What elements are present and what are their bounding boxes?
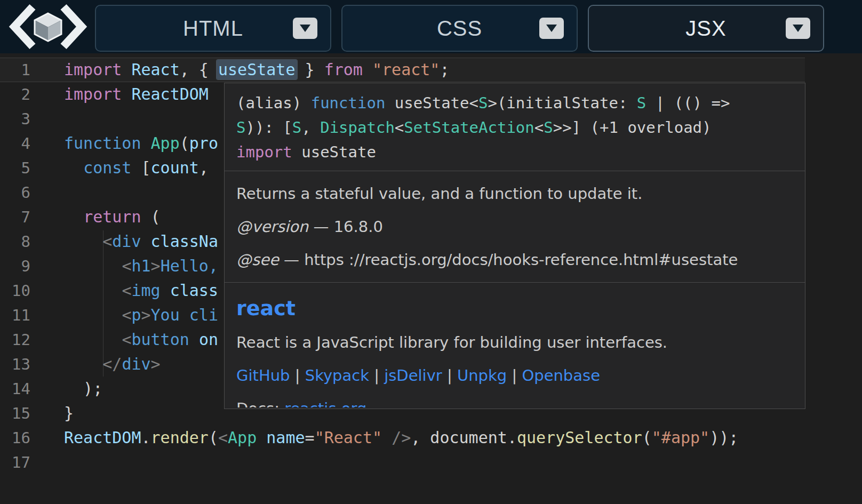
- line-number: 8: [0, 229, 30, 254]
- package-link-unpkg[interactable]: Unpkg: [457, 366, 507, 385]
- line-number: 16: [0, 426, 30, 450]
- code-token: "react": [372, 60, 440, 79]
- tab-html-dropdown-button[interactable]: [293, 18, 317, 39]
- package-link-jsdelivr[interactable]: jsDelivr: [384, 366, 442, 385]
- package-name-link[interactable]: react: [236, 297, 793, 320]
- code-token: [122, 85, 131, 103]
- code-token: S: [544, 118, 553, 137]
- code-line[interactable]: 16ReactDOM.render(<App name="React" />, …: [0, 426, 805, 450]
- hovered-symbol: useState: [217, 60, 297, 79]
- code-token: [64, 257, 122, 275]
- code-text: const [count,: [64, 156, 209, 180]
- tooltip-truncated-line: Docs: reactjs.org: [236, 398, 793, 407]
- tab-jsx-dropdown-button[interactable]: [786, 18, 810, 39]
- tab-css-dropdown-button[interactable]: [539, 18, 564, 39]
- code-token: .: [507, 428, 517, 447]
- see-value: — https ://reactjs.org/docs/hooks-refere…: [279, 251, 738, 269]
- link-separator: |: [442, 366, 457, 385]
- line-number: 13: [0, 352, 30, 377]
- code-token: (: [141, 207, 161, 226]
- code-token: <: [534, 118, 544, 137]
- code-token: <: [122, 330, 131, 349]
- tab-jsx[interactable]: JSX: [588, 5, 824, 52]
- code-token: class: [170, 281, 218, 300]
- code-token: </: [102, 355, 122, 373]
- code-token: S: [637, 94, 646, 112]
- code-line-current[interactable]: 1import React, { useState } from "react"…: [0, 58, 805, 82]
- code-token: | (() =>: [646, 94, 730, 112]
- line-number: 12: [0, 327, 30, 352]
- code-token: }: [296, 60, 324, 79]
- tab-css[interactable]: CSS: [341, 5, 578, 52]
- tab-html-label: HTML: [183, 17, 243, 41]
- code-token: [122, 60, 131, 79]
- code-token: (: [209, 428, 218, 447]
- code-token: />: [392, 428, 411, 447]
- tooltip-description: Returns a stateful value, and a function…: [236, 183, 793, 204]
- code-token: <: [395, 118, 404, 137]
- code-line[interactable]: 17: [0, 450, 805, 475]
- code-token: "#app": [652, 428, 709, 447]
- package-link-openbase[interactable]: Openbase: [522, 366, 600, 385]
- line-number: 3: [0, 107, 30, 131]
- line-number: 4: [0, 131, 30, 156]
- tooltip-see-line: @see — https ://reactjs.org/docs/hooks-r…: [236, 249, 793, 270]
- code-token: [: [131, 158, 150, 177]
- code-editor[interactable]: 1import React, { useState } from "react"…: [0, 53, 862, 504]
- code-text: </div>: [64, 352, 161, 377]
- code-token: >: [151, 257, 161, 275]
- code-token: name: [266, 428, 305, 447]
- code-token: Dispatch: [320, 118, 395, 137]
- code-token: import: [236, 143, 292, 161]
- code-token: import: [64, 85, 122, 103]
- code-token: );: [64, 379, 102, 398]
- code-token: S: [292, 118, 301, 137]
- line-number: 9: [0, 254, 30, 278]
- code-text: }: [64, 401, 74, 426]
- tooltip-signature: (alias) function useState<S>(initialStat…: [236, 91, 793, 164]
- tab-html[interactable]: HTML: [95, 5, 331, 52]
- package-link-skypack[interactable]: Skypack: [305, 366, 369, 385]
- code-token: useState: [292, 143, 376, 161]
- package-links-row: GitHub | Skypack | jsDelivr | Unpkg | Op…: [236, 365, 793, 386]
- code-token: img: [131, 281, 160, 300]
- line-number: 14: [0, 377, 30, 401]
- code-token: (alias): [236, 94, 311, 112]
- code-text: <img class: [64, 278, 218, 303]
- code-token: import: [64, 60, 122, 79]
- tooltip-code-line: (alias) function useState<S>(initialStat…: [236, 91, 793, 115]
- code-token: }: [64, 404, 74, 422]
- truncated-link[interactable]: reactjs.org: [284, 399, 366, 407]
- code-token: SetStateAction: [404, 118, 534, 137]
- code-token: <: [102, 232, 112, 251]
- package-link-github[interactable]: GitHub: [236, 366, 290, 385]
- line-number: 7: [0, 205, 30, 229]
- line-number: 5: [0, 156, 30, 180]
- app-window: HTML CSS JSX 1import React, { useState }…: [0, 0, 862, 504]
- version-value: — 16.8.0: [308, 218, 383, 236]
- link-separator: |: [507, 366, 522, 385]
- code-token: return: [83, 207, 141, 226]
- line-number: 1: [0, 58, 30, 82]
- code-token: S: [236, 118, 245, 137]
- tooltip-version-line: @version — 16.8.0: [236, 216, 793, 237]
- code-text: <div classNa: [64, 229, 218, 254]
- code-token: [64, 306, 122, 324]
- code-token: >: [151, 355, 161, 373]
- code-token: ,: [301, 118, 320, 137]
- line-number: 17: [0, 450, 30, 475]
- code-token: [64, 355, 102, 373]
- tooltip-divider: [225, 282, 805, 283]
- code-token: querySelector: [517, 428, 642, 447]
- code-token: App: [228, 428, 257, 447]
- chevron-down-icon: [793, 25, 803, 32]
- code-cube-logo-icon: [7, 3, 89, 51]
- line-number: 15: [0, 401, 30, 426]
- code-token: =: [305, 428, 315, 447]
- version-tag: @version: [236, 218, 308, 236]
- tooltip-divider: [225, 171, 805, 171]
- line-number: 10: [0, 278, 30, 303]
- app-logo-icon[interactable]: [7, 3, 89, 51]
- tooltip-code-line: S)): [S, Dispatch<SetStateAction<S>>] (+…: [236, 115, 793, 140]
- code-text: <h1>Hello,: [64, 254, 218, 278]
